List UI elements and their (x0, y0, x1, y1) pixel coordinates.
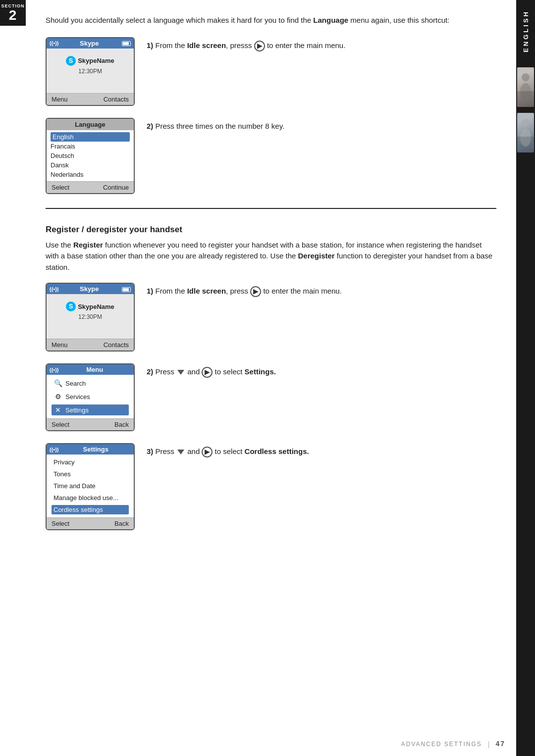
phone-mockup-idle2: ((•)) Skype S SkypeName 12:30PM Menu Con… (46, 283, 135, 352)
step-row-2-register: ((•)) Menu 🔍 Search ⚙ Services ✕ Setting… (46, 363, 496, 431)
search-icon: 🔍 (54, 379, 62, 388)
intro-paragraph: Should you accidentally select a languag… (46, 15, 496, 26)
cordless-settings-bold: Cordless settings. (245, 447, 309, 455)
circle-btn-1: ▶ (254, 41, 265, 51)
step-number-1-register: 1) (147, 287, 153, 295)
menu-item-settings: ✕ Settings (52, 404, 129, 415)
circle-btn-3: ▶ (202, 367, 213, 378)
phone-footer-left-2: Menu (52, 341, 68, 349)
phone-header-2: ((•)) Skype (47, 284, 134, 294)
lang-item-francais: Francais (51, 142, 130, 151)
lang-item-english: English (51, 132, 130, 142)
register-description: Use the Register function whenever you n… (46, 240, 496, 273)
section-heading-register: Register / deregister your handset (46, 225, 496, 235)
menu-header: ((•)) Menu (47, 364, 134, 375)
phone-body-2: S SkypeName 12:30PM (47, 294, 134, 339)
footer-divider (488, 741, 489, 748)
section-number: 2 (9, 8, 17, 22)
step-text-2-register: 2) Press and ▶ to select Settings. (147, 363, 496, 378)
menu-footer-right: Back (114, 421, 129, 428)
menu-item-search: 🔍 Search (52, 378, 129, 389)
lang-footer-right: Continue (103, 184, 129, 191)
step-row-1-lang: ((•)) Skype S SkypeName 12:30PM Menu Con… (46, 37, 496, 106)
step-number-2-register: 2) (147, 367, 153, 376)
step-text-1-lang: 1) From the Idle screen, presss ▶ to ent… (147, 37, 496, 51)
step-row-2-lang: Language English Francais Deutsch Dansk … (46, 118, 496, 194)
step-row-3-register: ((•)) Settings Privacy Tones Time and Da… (46, 443, 496, 530)
step-text-3-register: 3) Press and ▶ to select Cordless settin… (147, 443, 496, 457)
phone-name-2: SkypeName (78, 303, 114, 310)
settings-footer-left: Select (52, 520, 69, 527)
svg-point-2 (522, 119, 530, 127)
settings-item-blocked: Manage blocked use... (52, 493, 129, 503)
step-number-1-lang: 1) (147, 41, 153, 50)
right-sidebar: ENGLISH (516, 0, 535, 756)
phone-time-1: 12:30PM (78, 68, 102, 75)
phone-footer-2: Menu Contacts (47, 339, 134, 351)
step-row-1-register: ((•)) Skype S SkypeName 12:30PM Menu Con… (46, 283, 496, 352)
phone-title-2: Skype (80, 285, 99, 293)
main-content: Should you accidentally select a languag… (26, 0, 516, 562)
phone-header-1: ((•)) Skype (47, 38, 134, 49)
intro-bold: Language (313, 16, 348, 24)
step-number-3-register: 3) (147, 447, 153, 455)
menu-footer-left: Select (52, 421, 69, 428)
phone-signal-1: ((•)) (50, 40, 59, 46)
photo-1 (517, 67, 534, 107)
phone-battery-1 (120, 40, 131, 47)
circle-btn-4: ▶ (202, 447, 213, 457)
intro-text-after: menu again, use this shortcut: (348, 16, 449, 24)
phone-time-2: 12:30PM (78, 313, 102, 320)
settings-item-time-date: Time and Date (52, 481, 129, 491)
skype-icon-2: S (66, 302, 76, 311)
idle-screen-ref-2: Idle screen (187, 287, 226, 295)
circle-btn-2: ▶ (250, 286, 261, 297)
phone-footer-left-1: Menu (52, 96, 68, 103)
phone-name-row-2: S SkypeName (66, 302, 114, 311)
phone-footer-1: Menu Contacts (47, 93, 134, 105)
settings-title: Settings (83, 446, 108, 453)
skype-icon-1: S (66, 56, 76, 66)
lang-item-dansk: Dansk (51, 160, 130, 170)
phone-body-1: S SkypeName 12:30PM (47, 49, 134, 93)
register-heading-text: Register / deregister your handset (46, 225, 182, 234)
lang-footer: Select Continue (47, 181, 134, 193)
page-number: 47 (495, 740, 505, 748)
intro-text-before: Should you accidentally select a languag… (46, 16, 313, 24)
settings-mockup: ((•)) Settings Privacy Tones Time and Da… (46, 443, 135, 530)
language-mockup: Language English Francais Deutsch Dansk … (46, 118, 135, 194)
arrow-down-icon-2 (177, 450, 184, 454)
step-text-2-lang: 2) Press three times on the number 8 key… (147, 118, 496, 132)
settings-icon: ✕ (54, 405, 62, 414)
and-text-1: and (187, 367, 202, 376)
menu-title: Menu (86, 366, 103, 373)
photo-strip (517, 67, 534, 152)
svg-point-1 (520, 83, 531, 101)
settings-item-privacy: Privacy (52, 457, 129, 467)
settings-bold: Settings. (245, 367, 276, 376)
menu-mockup: ((•)) Menu 🔍 Search ⚙ Services ✕ Setting… (46, 363, 135, 431)
services-icon: ⚙ (54, 392, 62, 401)
settings-list: Privacy Tones Time and Date Manage block… (47, 454, 134, 517)
menu-item-services: ⚙ Services (52, 391, 129, 402)
settings-signal: ((•)) (50, 447, 59, 453)
settings-footer: Select Back (47, 517, 134, 529)
phone-footer-right-1: Contacts (104, 96, 129, 103)
arrow-down-icon-1 (177, 370, 184, 375)
lang-footer-left: Select (52, 184, 69, 191)
phone-name-row-1: S SkypeName (66, 56, 114, 66)
deregister-bold: Deregister (298, 252, 334, 260)
lang-item-deutsch: Deutsch (51, 151, 130, 160)
section-badge: SECTION 2 (0, 0, 26, 26)
settings-item-tones: Tones (52, 469, 129, 479)
settings-item-cordless: Cordless settings (52, 505, 129, 514)
menu-list: 🔍 Search ⚙ Services ✕ Settings (47, 375, 134, 418)
step-text-1-register: 1) From the Idle screen, press ▶ to ente… (147, 283, 496, 297)
and-text-2: and (187, 447, 202, 455)
english-label: ENGLISH (522, 10, 530, 52)
phone-footer-right-2: Contacts (104, 341, 129, 349)
settings-footer-right: Back (114, 520, 129, 527)
page-footer: ADVANCED SETTINGS 47 (401, 740, 505, 748)
step-number-2-lang: 2) (147, 122, 153, 130)
lang-list: English Francais Deutsch Dansk Nederland… (47, 130, 134, 181)
